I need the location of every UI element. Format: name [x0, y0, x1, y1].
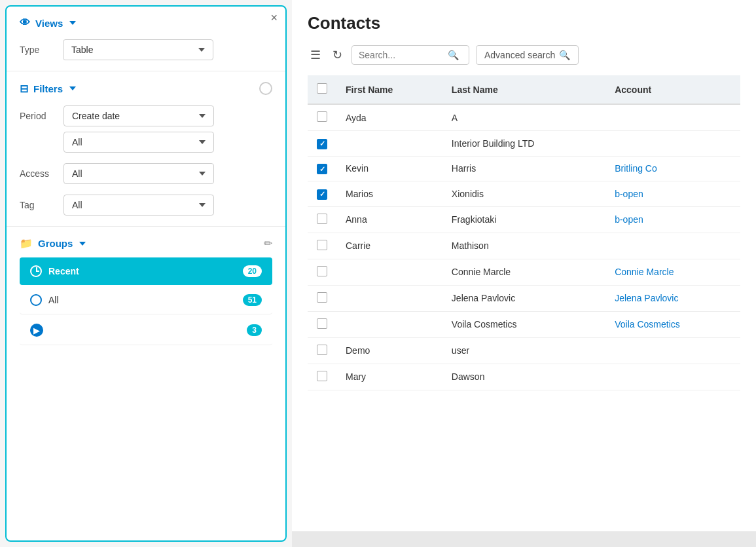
table-row: Interior Building LTD: [308, 131, 740, 157]
filter-indicator: [259, 82, 272, 95]
row-checkbox[interactable]: [317, 111, 327, 122]
period-selects: Create date All: [63, 105, 272, 153]
first-name-cell: Demo: [336, 337, 442, 364]
group-item[interactable]: Recent 20: [20, 257, 272, 285]
groups-section: 📁 Groups ✏ Recent 20 All 51 ▶ 3: [7, 227, 285, 540]
header-checkbox[interactable]: [317, 83, 327, 94]
last-name-cell: Interior Building LTD: [442, 131, 605, 157]
account-cell-wrapper: b-open: [605, 181, 740, 207]
contacts-table: First Name Last Name Account Ayda A Inte…: [308, 75, 740, 390]
last-name-cell: user: [442, 337, 605, 364]
last-name-cell: Xionidis: [442, 181, 605, 207]
account-cell-wrapper: [605, 364, 740, 390]
row-checkbox[interactable]: [317, 266, 327, 276]
clock-icon: [30, 265, 42, 277]
col-account: Account: [605, 75, 740, 104]
views-header[interactable]: 👁 Views: [20, 17, 272, 29]
table-row: Demo user: [308, 337, 740, 364]
last-name-cell: Connie Marcle: [442, 259, 605, 285]
views-chevron-icon: [69, 21, 76, 25]
tag-selects: All: [63, 195, 272, 216]
account-link[interactable]: b-open: [615, 214, 643, 225]
advanced-search-icon: 🔍: [559, 50, 570, 60]
account-cell-wrapper: Connie Marcle: [605, 259, 740, 285]
period-date-select[interactable]: Create date: [63, 105, 214, 126]
row-checkbox[interactable]: [317, 292, 327, 303]
row-checkbox[interactable]: [317, 164, 327, 174]
row-checkbox-cell: [308, 104, 336, 131]
tag-select[interactable]: All: [63, 195, 214, 216]
filters-chevron-icon: [69, 86, 76, 90]
last-name-cell: Jelena Pavlovic: [442, 285, 605, 311]
table-row: Mary Dawson: [308, 364, 740, 390]
type-value: Table: [71, 45, 93, 55]
row-checkbox-cell: [308, 337, 336, 364]
access-chevron-icon: [199, 172, 206, 176]
group-item[interactable]: All 51: [20, 286, 272, 314]
group-items-list: Recent 20 All 51 ▶ 3: [20, 257, 272, 347]
groups-header-left[interactable]: 📁 Groups: [20, 237, 86, 250]
first-name-cell: [336, 311, 442, 337]
table-header: First Name Last Name Account: [308, 75, 740, 104]
toolbar: ☰ ↻ 🔍 Advanced search 🔍: [308, 45, 740, 65]
filters-header: ⊟ Filters: [20, 82, 272, 95]
access-label: Access: [20, 163, 56, 179]
period-all-chevron-icon: [199, 140, 206, 144]
table-row: Jelena Pavlovic Jelena Pavlovic: [308, 285, 740, 311]
tag-label: Tag: [20, 195, 56, 210]
account-cell-wrapper: Voila Cosmetics: [605, 311, 740, 337]
row-checkbox-cell: [308, 233, 336, 259]
row-checkbox[interactable]: [317, 240, 327, 250]
close-button[interactable]: ×: [270, 12, 278, 24]
page-title: Contacts: [308, 13, 740, 33]
period-label: Period: [20, 105, 56, 121]
group-item-count: 3: [247, 324, 262, 336]
row-checkbox[interactable]: [317, 371, 327, 381]
period-filter-row: Period Create date All: [20, 105, 272, 153]
access-selects: All: [63, 163, 272, 184]
tag-filter-row: Tag All: [20, 195, 272, 216]
account-cell-wrapper: [605, 337, 740, 364]
advanced-search-box[interactable]: Advanced search 🔍: [476, 45, 579, 65]
account-cell-wrapper: b-open: [605, 206, 740, 233]
access-select[interactable]: All: [63, 163, 214, 184]
table-row: Carrie Mathison: [308, 233, 740, 259]
left-panel: × 👁 Views Type Table ⊟ Filters Period: [5, 5, 287, 542]
row-checkbox[interactable]: [317, 189, 327, 200]
account-link[interactable]: Britling Co: [615, 163, 657, 174]
group-item[interactable]: ▶ 3: [20, 316, 272, 345]
account-link[interactable]: b-open: [615, 189, 643, 199]
edit-icon[interactable]: ✏: [264, 237, 272, 250]
refresh-icon-button[interactable]: ↻: [330, 45, 345, 65]
row-checkbox-cell: [308, 259, 336, 285]
row-checkbox[interactable]: [317, 139, 327, 149]
col-last-name: Last Name: [442, 75, 605, 104]
account-cell-wrapper: [605, 233, 740, 259]
last-name-cell: Voila Cosmetics: [442, 311, 605, 337]
row-checkbox[interactable]: [317, 345, 327, 355]
folder-icon: 📁: [20, 237, 33, 250]
filters-header-left[interactable]: ⊟ Filters: [20, 83, 76, 95]
last-name-cell: A: [442, 104, 605, 131]
row-checkbox[interactable]: [317, 214, 327, 224]
col-first-name: First Name: [336, 75, 442, 104]
account-link[interactable]: Jelena Pavlovic: [615, 293, 678, 303]
first-name-cell: Kevin: [336, 156, 442, 181]
type-select[interactable]: Table: [63, 39, 213, 60]
last-name-cell: Dawson: [442, 364, 605, 390]
table-row: Kevin Harris Britling Co: [308, 156, 740, 181]
search-box[interactable]: 🔍: [351, 45, 469, 65]
row-checkbox[interactable]: [317, 318, 327, 329]
account-cell-wrapper: Britling Co: [605, 156, 740, 181]
period-all-select[interactable]: All: [63, 132, 214, 153]
menu-icon-button[interactable]: ☰: [308, 45, 323, 65]
account-cell-wrapper: [605, 104, 740, 131]
search-input[interactable]: [359, 50, 444, 60]
last-name-cell: Mathison: [442, 233, 605, 259]
period-date-chevron-icon: [199, 114, 206, 118]
account-link[interactable]: Voila Cosmetics: [615, 319, 680, 330]
period-all-value: All: [72, 137, 82, 147]
account-link[interactable]: Connie Marcle: [615, 267, 674, 277]
table-row: Connie Marcle Connie Marcle: [308, 259, 740, 285]
filters-label: Filters: [33, 83, 63, 94]
